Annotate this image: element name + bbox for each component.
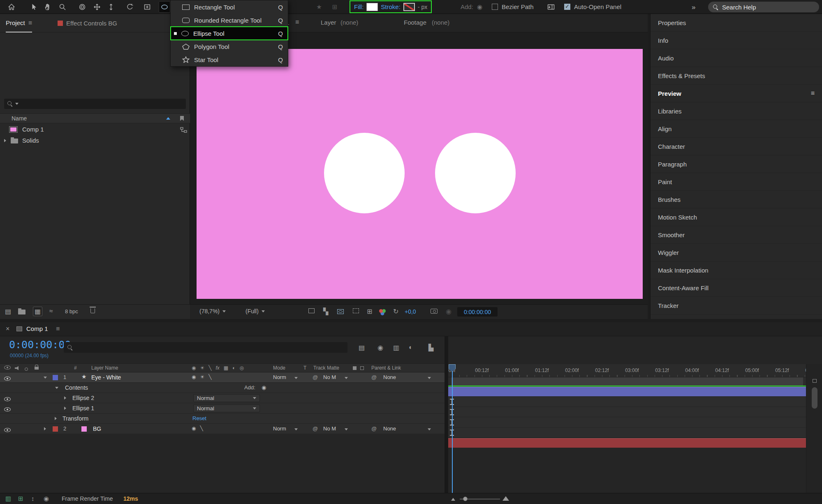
- snapshot-camera-icon[interactable]: [431, 307, 438, 315]
- project-item-solids[interactable]: Solids: [0, 135, 190, 146]
- eye-icon[interactable]: [4, 375, 11, 382]
- mini-flowchart-icon[interactable]: ▤: [359, 344, 365, 351]
- parent-pickwhip-icon[interactable]: @: [371, 374, 377, 380]
- expand-chevron-icon[interactable]: [64, 396, 66, 400]
- eye-icon[interactable]: [4, 427, 11, 433]
- panel-tab[interactable]: Smoother ≡: [651, 226, 822, 244]
- hamburger-icon[interactable]: ≡: [28, 19, 32, 27]
- reset-link[interactable]: Reset: [192, 415, 206, 421]
- expand-chevron-icon[interactable]: [64, 407, 66, 410]
- t-column-label[interactable]: T: [303, 365, 306, 371]
- chevron-down-icon[interactable]: [294, 428, 298, 430]
- composition-canvas[interactable]: [197, 49, 643, 299]
- mode-column-label[interactable]: Mode: [273, 365, 285, 371]
- panel-tab[interactable]: Mask Interpolation ≡: [651, 261, 822, 279]
- comp-marker-icon[interactable]: [813, 379, 817, 383]
- white-eye-circle-right[interactable]: [435, 133, 516, 213]
- bezier-path-checkbox[interactable]: [492, 4, 498, 10]
- up-down-arrows-icon[interactable]: ↕: [31, 495, 35, 502]
- panel-tab[interactable]: Content-Aware Fill ≡: [651, 279, 822, 297]
- panel-tab[interactable]: Tracker ≡: [651, 297, 822, 314]
- tab-project[interactable]: Project ≡: [6, 14, 32, 32]
- contents-group-row[interactable]: Contents Add: ◉: [0, 383, 445, 393]
- rotate-tool-icon[interactable]: [124, 1, 136, 13]
- tab-footage-label[interactable]: Footage: [404, 19, 426, 26]
- interpret-footage-icon[interactable]: ▤: [5, 307, 11, 315]
- adjustment-layer-icon[interactable]: ◐: [232, 365, 235, 371]
- hamburger-icon[interactable]: ≡: [811, 90, 815, 97]
- project-item-comp1[interactable]: Comp 1: [0, 124, 190, 135]
- shy-icon[interactable]: ◉: [192, 365, 196, 371]
- track-matte-pickwhip-icon[interactable]: @: [313, 374, 318, 380]
- toggle-modes-icon[interactable]: [360, 366, 364, 370]
- region-of-interest-icon[interactable]: [353, 307, 359, 315]
- timeline-zoom-knob[interactable]: [463, 497, 468, 501]
- solid-color-swatch[interactable]: [81, 426, 87, 432]
- eye-icon[interactable]: [4, 406, 11, 413]
- quality-switch-icon[interactable]: ╲: [208, 374, 211, 380]
- hamburger-icon[interactable]: ≡: [56, 325, 60, 333]
- sun-icon[interactable]: ☀: [200, 365, 204, 371]
- menu-item-star-tool[interactable]: Star Tool Q: [171, 53, 288, 66]
- circle-dot-icon[interactable]: ◉: [44, 495, 49, 502]
- track-matte-pickwhip-icon[interactable]: @: [313, 425, 318, 432]
- timeline-search-input[interactable]: [64, 342, 347, 353]
- group-name[interactable]: Contents: [65, 384, 88, 391]
- tab-layer-label[interactable]: Layer: [321, 19, 336, 26]
- panel-tab[interactable]: Align ≡: [651, 120, 822, 138]
- panel-tab[interactable]: Paint ≡: [651, 173, 822, 191]
- transform-row[interactable]: Transform Reset: [0, 414, 445, 424]
- parent-link-column-label[interactable]: Parent & Link: [371, 365, 401, 371]
- hand-tool-icon[interactable]: [42, 1, 53, 13]
- sort-ascending-icon[interactable]: [166, 117, 170, 120]
- parent-value[interactable]: None: [383, 425, 396, 432]
- eye-icon[interactable]: [4, 365, 11, 371]
- zoom-in-mountain-icon[interactable]: [502, 496, 509, 501]
- track-matte-value[interactable]: No M: [323, 374, 336, 380]
- expand-chevron-icon[interactable]: [44, 427, 46, 430]
- grid-guides-icon[interactable]: ⊞: [367, 307, 372, 315]
- panel-tab[interactable]: Character ≡: [651, 138, 822, 155]
- collapse-chevron-icon[interactable]: [55, 387, 58, 389]
- shape-name[interactable]: Ellipse 2: [72, 395, 94, 401]
- ellipse-shape-tool-icon[interactable]: [159, 1, 170, 13]
- close-icon[interactable]: ×: [6, 325, 9, 333]
- transparency-grid-icon[interactable]: ▚: [323, 307, 328, 315]
- shy-layers-icon[interactable]: ◉: [377, 344, 383, 351]
- trash-icon[interactable]: [90, 307, 95, 315]
- auto-open-panel-checkbox[interactable]: [564, 4, 570, 10]
- fx-icon[interactable]: fx: [215, 365, 219, 371]
- blend-mode-value[interactable]: Norm: [273, 374, 294, 380]
- new-composition-icon[interactable]: ▦: [33, 307, 42, 316]
- quality-switch-icon[interactable]: ╲: [200, 425, 203, 431]
- solo-icon[interactable]: [25, 366, 28, 372]
- help-search-box[interactable]: Search Help: [708, 2, 819, 12]
- squared-plus-icon[interactable]: ⊞: [18, 495, 23, 502]
- layer-name[interactable]: Eye - White: [91, 374, 121, 381]
- layer-label-color-swatch[interactable]: [53, 426, 58, 432]
- vertical-scrollbar[interactable]: [812, 387, 817, 409]
- quality-icon[interactable]: ╲: [208, 365, 211, 371]
- track-matte-column-label[interactable]: Track Matte: [313, 365, 339, 371]
- panel-tab[interactable]: Brushes ≡: [651, 191, 822, 208]
- layer-row-eye-white[interactable]: 1 ★ Eye - White ◉ ☀ ╲ Norm @ No M @ None: [0, 372, 445, 383]
- menu-item-rectangle-tool[interactable]: Rectangle Tool Q: [171, 0, 288, 14]
- blend-mode-value[interactable]: Norm: [273, 425, 294, 432]
- layer-name[interactable]: BG: [93, 425, 101, 432]
- panel-tab[interactable]: Libraries ≡: [651, 102, 822, 120]
- stroke-color-swatch[interactable]: [403, 3, 415, 11]
- stroke-label[interactable]: Stroke:: [381, 3, 401, 10]
- exposure-value[interactable]: +0,0: [405, 308, 416, 315]
- chevron-down-icon[interactable]: [428, 377, 431, 379]
- timeline-tab-comp1[interactable]: Comp 1: [26, 325, 48, 332]
- fill-color-swatch[interactable]: [366, 3, 378, 11]
- expand-chevron-icon[interactable]: [55, 417, 57, 420]
- lock-icon[interactable]: [35, 365, 39, 371]
- white-eye-circle-left[interactable]: [324, 133, 405, 213]
- chevron-down-icon[interactable]: [345, 377, 348, 379]
- layer-row-bg[interactable]: 2 BG ◉ ╲ Norm @ No M @ None: [0, 424, 445, 434]
- pan-behind-tool-icon[interactable]: [141, 1, 153, 13]
- playhead[interactable]: [449, 364, 456, 493]
- shape-name[interactable]: Ellipse 1: [72, 405, 94, 412]
- panel-tab[interactable]: Info ≡: [651, 32, 822, 49]
